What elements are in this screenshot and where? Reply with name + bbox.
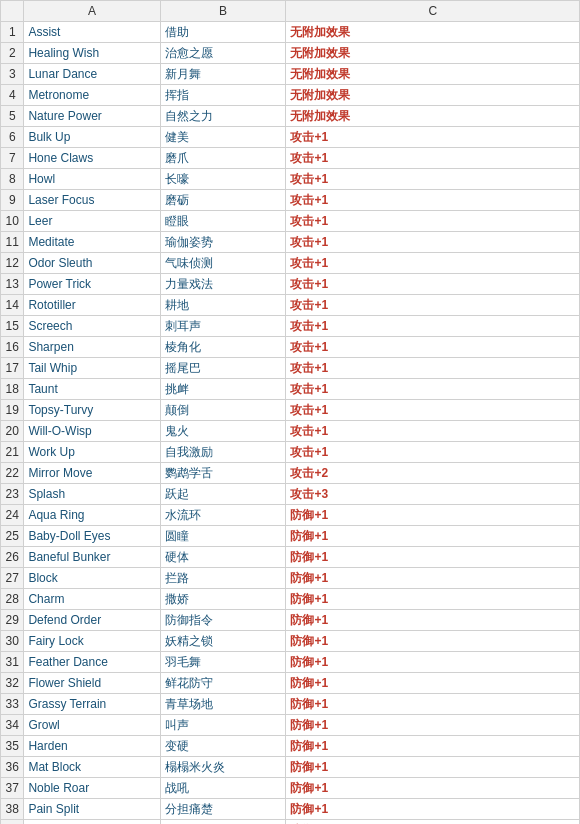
cell-move-effect: 攻击+1 <box>286 400 580 421</box>
cell-move-effect: 攻击+1 <box>286 358 580 379</box>
table-row: 15Screech刺耳声攻击+1 <box>1 316 580 337</box>
cell-move-chinese: 妖精之锁 <box>160 631 286 652</box>
cell-move-name: Lunar Dance <box>24 64 160 85</box>
table-row: 3Lunar Dance新月舞无附加效果 <box>1 64 580 85</box>
cell-move-chinese: 新月舞 <box>160 64 286 85</box>
cell-move-effect: 攻击+1 <box>286 253 580 274</box>
table-row: 12Odor Sleuth气味侦测攻击+1 <box>1 253 580 274</box>
cell-move-chinese: 跃起 <box>160 484 286 505</box>
table-row: 17Tail Whip摇尾巴攻击+1 <box>1 358 580 379</box>
table-row: 11Meditate瑜伽姿势攻击+1 <box>1 232 580 253</box>
cell-move-effect: 防御+1 <box>286 631 580 652</box>
cell-move-chinese: 刺耳声 <box>160 316 286 337</box>
cell-move-name: Rototiller <box>24 295 160 316</box>
cell-move-chinese: 青草场地 <box>160 694 286 715</box>
row-number: 26 <box>1 547 24 568</box>
row-number: 16 <box>1 337 24 358</box>
cell-move-name: Aqua Ring <box>24 505 160 526</box>
cell-move-name: Harden <box>24 736 160 757</box>
table-row: 34Growl叫声防御+1 <box>1 715 580 736</box>
table-row: 2Healing Wish治愈之愿无附加效果 <box>1 43 580 64</box>
cell-move-name: Meditate <box>24 232 160 253</box>
data-table: A B C 1Assist借助无附加效果2Healing Wish治愈之愿无附加… <box>0 0 580 824</box>
cell-move-effect: 防御+1 <box>286 652 580 673</box>
cell-move-name: Howl <box>24 169 160 190</box>
table-row: 31Feather Dance羽毛舞防御+1 <box>1 652 580 673</box>
cell-move-chinese: 撒娇 <box>160 589 286 610</box>
cell-move-effect: 防御+1 <box>286 778 580 799</box>
cell-move-effect: 攻击+1 <box>286 211 580 232</box>
cell-move-effect: 防御+1 <box>286 694 580 715</box>
table-row: 8Howl长嚎攻击+1 <box>1 169 580 190</box>
cell-move-effect: 攻击+2 <box>286 463 580 484</box>
row-number: 32 <box>1 673 24 694</box>
cell-move-chinese: 和睦相处 <box>160 820 286 825</box>
cell-move-chinese: 颠倒 <box>160 400 286 421</box>
row-number: 21 <box>1 442 24 463</box>
table-row: 23Splash跃起攻击+3 <box>1 484 580 505</box>
cell-move-effect: 无附加效果 <box>286 106 580 127</box>
cell-move-effect: 攻击+1 <box>286 337 580 358</box>
table-row: 33Grassy Terrain青草场地防御+1 <box>1 694 580 715</box>
row-number: 12 <box>1 253 24 274</box>
table-row: 26Baneful Bunker硬体防御+1 <box>1 547 580 568</box>
table-row: 36Mat Block榻榻米火炎防御+1 <box>1 757 580 778</box>
table-row: 5Nature Power自然之力无附加效果 <box>1 106 580 127</box>
cell-move-chinese: 硬体 <box>160 547 286 568</box>
row-number: 4 <box>1 85 24 106</box>
row-number: 17 <box>1 358 24 379</box>
cell-move-effect: 防御+1 <box>286 547 580 568</box>
cell-move-name: Pain Split <box>24 799 160 820</box>
row-number: 37 <box>1 778 24 799</box>
cell-move-name: Healing Wish <box>24 43 160 64</box>
cell-move-chinese: 磨砺 <box>160 190 286 211</box>
row-number: 25 <box>1 526 24 547</box>
cell-move-chinese: 分担痛楚 <box>160 799 286 820</box>
cell-move-effect: 无附加效果 <box>286 64 580 85</box>
table-row: 21Work Up自我激励攻击+1 <box>1 442 580 463</box>
spreadsheet-container: A B C 1Assist借助无附加效果2Healing Wish治愈之愿无附加… <box>0 0 580 824</box>
cell-move-chinese: 防御指令 <box>160 610 286 631</box>
cell-move-chinese: 挥指 <box>160 85 286 106</box>
cell-move-effect: 防御+1 <box>286 610 580 631</box>
row-number: 33 <box>1 694 24 715</box>
row-number: 18 <box>1 379 24 400</box>
row-number: 9 <box>1 190 24 211</box>
cell-move-name: Hone Claws <box>24 148 160 169</box>
cell-move-chinese: 瑜伽姿势 <box>160 232 286 253</box>
row-number: 29 <box>1 610 24 631</box>
col-header-b: B <box>160 1 286 22</box>
cell-move-chinese: 羽毛舞 <box>160 652 286 673</box>
table-row: 10Leer瞪眼攻击+1 <box>1 211 580 232</box>
table-row: 38Pain Split分担痛楚防御+1 <box>1 799 580 820</box>
row-number: 23 <box>1 484 24 505</box>
row-number: 5 <box>1 106 24 127</box>
cell-move-effect: 攻击+1 <box>286 295 580 316</box>
table-row: 39Play Nice和睦相处防御+1 <box>1 820 580 825</box>
cell-move-chinese: 变硬 <box>160 736 286 757</box>
cell-move-name: Power Trick <box>24 274 160 295</box>
row-number: 22 <box>1 463 24 484</box>
row-number: 30 <box>1 631 24 652</box>
cell-move-chinese: 棱角化 <box>160 337 286 358</box>
cell-move-chinese: 自我激励 <box>160 442 286 463</box>
cell-move-name: Growl <box>24 715 160 736</box>
table-row: 20Will-O-Wisp鬼火攻击+1 <box>1 421 580 442</box>
table-row: 9Laser Focus磨砺攻击+1 <box>1 190 580 211</box>
cell-move-name: Odor Sleuth <box>24 253 160 274</box>
table-row: 19Topsy-Turvy颠倒攻击+1 <box>1 400 580 421</box>
cell-move-effect: 攻击+1 <box>286 379 580 400</box>
cell-move-name: Assist <box>24 22 160 43</box>
row-number: 28 <box>1 589 24 610</box>
cell-move-chinese: 战吼 <box>160 778 286 799</box>
cell-move-name: Noble Roar <box>24 778 160 799</box>
row-number: 6 <box>1 127 24 148</box>
row-number: 34 <box>1 715 24 736</box>
cell-move-chinese: 耕地 <box>160 295 286 316</box>
row-number: 11 <box>1 232 24 253</box>
cell-move-effect: 攻击+1 <box>286 232 580 253</box>
cell-move-effect: 攻击+3 <box>286 484 580 505</box>
cell-move-effect: 防御+1 <box>286 568 580 589</box>
cell-move-name: Charm <box>24 589 160 610</box>
cell-move-name: Baby-Doll Eyes <box>24 526 160 547</box>
